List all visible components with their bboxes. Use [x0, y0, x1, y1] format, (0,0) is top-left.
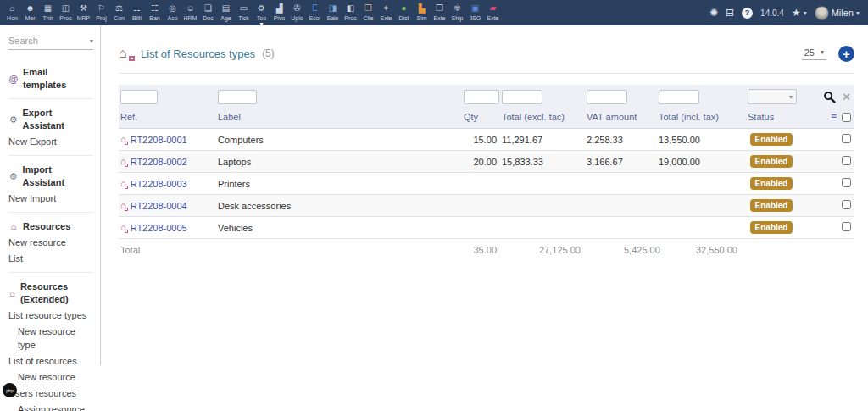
filter-label-input[interactable]: [218, 90, 257, 104]
nav-item-label: Sim: [416, 14, 426, 22]
nav-item-dist[interactable]: ●Dist: [395, 0, 413, 25]
nav-item-exte[interactable]: ▰Exte: [484, 0, 502, 25]
nav-item-exte[interactable]: ❐Exte: [431, 0, 448, 25]
nav-item-pivo[interactable]: ▟Pivo: [270, 0, 288, 25]
search-dropdown-icon[interactable]: ▾: [90, 37, 93, 45]
nav-module-icon: ▤: [222, 3, 230, 13]
column-header-label[interactable]: Label: [216, 108, 462, 129]
help-icon[interactable]: ?: [742, 8, 753, 19]
row-checkbox[interactable]: [842, 200, 851, 209]
sidebar-item[interactable]: List resource types: [8, 308, 93, 322]
sidebar-section-title[interactable]: ⌂Resources: [8, 220, 93, 233]
ref-cell: ⌂RT2208-0004: [120, 201, 213, 211]
nav-module-icon: ❏: [204, 3, 212, 13]
nav-item-proj[interactable]: ⚐Proj: [92, 0, 110, 25]
sidebar-item[interactable]: Assign resource to user: [8, 403, 93, 411]
nav-item-uplo[interactable]: ✇Uplo: [288, 0, 306, 25]
nav-item-label: Dist: [398, 14, 409, 22]
nav-item-proc[interactable]: ◧Proc: [342, 0, 359, 25]
debug-bug-icon[interactable]: ✺: [709, 7, 718, 19]
row-checkbox[interactable]: [842, 134, 851, 143]
column-header-status[interactable]: Status: [746, 108, 798, 129]
nav-item-aco[interactable]: ◎Aco: [164, 0, 181, 25]
row-checkbox[interactable]: [842, 178, 851, 187]
select-columns-icon[interactable]: ≡: [831, 112, 837, 122]
nav-item-proc[interactable]: ◫Proc: [57, 0, 75, 25]
nav-item-ban[interactable]: ☷Ban: [146, 0, 164, 25]
ref-link[interactable]: RT2208-0001: [131, 135, 187, 145]
sidebar-section-title[interactable]: ⚙Import Assistant: [8, 164, 93, 189]
filter-status-select[interactable]: ▾: [748, 89, 797, 104]
nav-item-label: Clie: [363, 14, 373, 22]
sidebar-item[interactable]: Users resources: [8, 386, 93, 400]
ref-link[interactable]: RT2208-0002: [131, 157, 187, 167]
sidebar-item[interactable]: New resource: [8, 370, 93, 384]
sidebar-section-title[interactable]: @Email templates: [8, 66, 93, 92]
cell-total-excl: 11,291.67: [500, 129, 585, 151]
cell-total-incl: [657, 217, 746, 239]
nav-item-clie[interactable]: ❒Clie: [359, 0, 377, 25]
sidebar-item[interactable]: List: [8, 252, 93, 265]
ref-link[interactable]: RT2208-0005: [131, 223, 187, 233]
cell-vat: [585, 173, 657, 195]
sidebar-section-label: Resources: [23, 220, 70, 233]
table-row: ⌂RT2208-0002Laptops20.0015,833.333,166.6…: [119, 151, 854, 173]
nav-item-label: Ship: [451, 14, 463, 22]
nav-item-age[interactable]: ▤Age: [217, 0, 235, 25]
clear-filters-icon[interactable]: ✕: [842, 92, 851, 103]
ref-link[interactable]: RT2208-0004: [131, 201, 187, 211]
nav-item-doc[interactable]: ❏Doc: [199, 0, 217, 25]
nav-item-hrm[interactable]: ☺HRM: [181, 0, 199, 25]
nav-item-too[interactable]: ⚙Too: [253, 0, 270, 25]
sidebar-item[interactable]: New Export: [8, 135, 93, 148]
nav-item-jso[interactable]: ▣JSO: [466, 0, 484, 25]
php-debug-badge[interactable]: php: [3, 383, 17, 397]
nav-item-thir[interactable]: ▦Thir: [39, 0, 57, 25]
sidebar-item[interactable]: New resource type: [8, 325, 93, 352]
sidebar-section-title[interactable]: ⚙Export Assistant: [8, 107, 93, 132]
filter-total-incl-input[interactable]: [659, 90, 699, 104]
sidebar-item[interactable]: List of resources: [8, 354, 93, 368]
nav-item-label: Proc: [344, 14, 356, 22]
nav-item-exte[interactable]: ✦Exte: [377, 0, 395, 25]
nav-item-ship[interactable]: ✾Ship: [448, 0, 466, 25]
search-input[interactable]: [8, 36, 76, 46]
nav-item-sim[interactable]: ▙Sim: [413, 0, 431, 25]
nav-item-hon[interactable]: ⌂Hon: [3, 0, 21, 25]
user-menu[interactable]: Milen ▾: [815, 6, 860, 20]
column-header-total-excl[interactable]: Total (excl. tac): [500, 108, 585, 129]
nav-item-ecoi[interactable]: EEcoi: [306, 0, 324, 25]
column-header-ref[interactable]: Ref.: [119, 108, 216, 129]
column-header-total-incl[interactable]: Total (incl. tax): [657, 108, 746, 129]
resource-types-table: ▾ ✕ Ref. Label Qty Total (excl. tac) V: [119, 85, 854, 260]
nav-item-mrp[interactable]: ⚒MRP: [75, 0, 92, 25]
page-size-selector[interactable]: 25 ▾: [802, 47, 826, 60]
filter-qty-input[interactable]: [464, 90, 499, 104]
nav-item-con[interactable]: ⚖Con: [110, 0, 128, 25]
sidebar-item[interactable]: New Import: [8, 192, 93, 205]
row-checkbox[interactable]: [842, 222, 851, 231]
column-header-vat[interactable]: VAT amount: [585, 108, 657, 129]
column-header-qty[interactable]: Qty: [462, 108, 500, 129]
sidebar-item[interactable]: New resource: [8, 236, 93, 249]
cell-status: Enabled: [746, 151, 798, 173]
search-icon[interactable]: [823, 91, 836, 103]
nav-item-sale[interactable]: ◨Sale: [324, 0, 342, 25]
row-checkbox[interactable]: [842, 156, 851, 165]
nav-item-billi[interactable]: ⚏Billi: [128, 0, 146, 25]
ref-link[interactable]: RT2208-0003: [131, 179, 187, 189]
nav-item-mer[interactable]: ☻Mer: [21, 0, 39, 25]
filter-vat-input[interactable]: [587, 90, 627, 104]
add-new-button[interactable]: +: [838, 46, 854, 62]
nav-item-tick[interactable]: ▭Tick: [235, 0, 253, 25]
top-nav: ⌂Hon☻Mer▦Thir◫Proc⚒MRP⚐Proj⚖Con⚏Billi☷Ba…: [3, 0, 502, 25]
nav-module-icon: ◧: [347, 3, 354, 13]
bookmarks-menu[interactable]: ★ ▾: [792, 7, 807, 19]
select-all-checkbox[interactable]: [842, 113, 851, 122]
nav-item-label: Proc: [59, 14, 71, 22]
nav-module-icon: ☺: [186, 3, 194, 13]
sidebar-section-title[interactable]: ⌂Resources (Extended): [8, 280, 93, 306]
print-icon[interactable]: ⊟: [726, 7, 734, 19]
filter-ref-input[interactable]: [120, 90, 158, 104]
filter-total-excl-input[interactable]: [502, 90, 542, 104]
